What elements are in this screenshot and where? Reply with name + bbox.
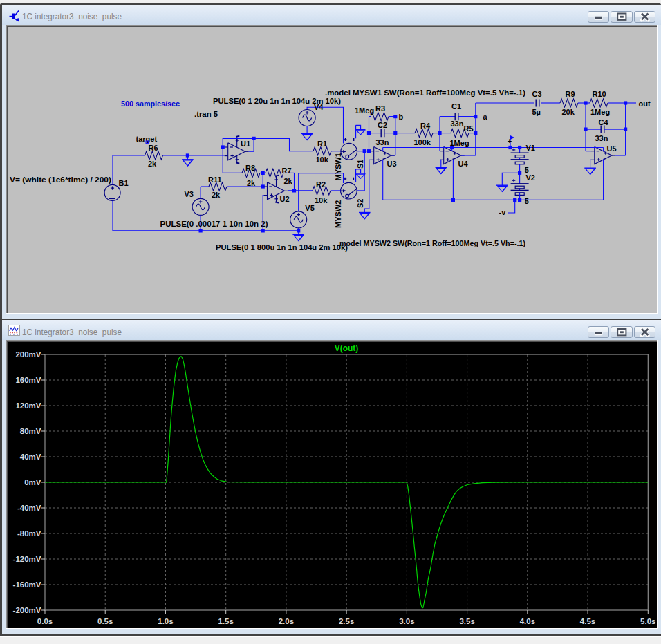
svg-text:R4: R4 — [420, 122, 431, 130]
svg-text:5.0s: 5.0s — [640, 617, 655, 625]
svg-text:2k: 2k — [212, 191, 221, 199]
svg-text:10k: 10k — [315, 196, 328, 205]
svg-text:1Meg: 1Meg — [355, 106, 374, 115]
svg-text:80mV: 80mV — [20, 427, 41, 435]
svg-text:.model MYSW1 SW(Ron=1 Roff=100: .model MYSW1 SW(Ron=1 Roff=100Meg Vt=.5 … — [325, 88, 525, 97]
svg-text:0.0s: 0.0s — [37, 617, 53, 625]
svg-text:R8: R8 — [245, 164, 255, 172]
svg-text:PULSE(0 .00017 1 10n 10n 2): PULSE(0 .00017 1 10n 10n 2) — [160, 220, 268, 228]
svg-text:V5: V5 — [305, 204, 314, 212]
svg-text:1.5s: 1.5s — [218, 617, 233, 625]
svg-text:.tran 5: .tran 5 — [194, 110, 218, 118]
svg-text:U5: U5 — [607, 144, 617, 153]
svg-text:1Meg: 1Meg — [450, 139, 469, 147]
svg-text:C4: C4 — [599, 118, 609, 126]
svg-text:33n: 33n — [595, 134, 608, 142]
svg-text:C2: C2 — [378, 121, 387, 129]
svg-text:160mV: 160mV — [15, 376, 41, 384]
svg-text:V1: V1 — [526, 144, 535, 152]
svg-text:V3: V3 — [185, 190, 194, 198]
svg-text:200mV: 200mV — [15, 350, 41, 359]
svg-text:1C integrator3_noise_pulse: 1C integrator3_noise_pulse — [22, 327, 122, 337]
svg-text:V(out): V(out) — [335, 343, 359, 353]
svg-text:-80mV: -80mV — [17, 529, 41, 538]
svg-text:-v: -v — [499, 208, 507, 216]
svg-text:120mV: 120mV — [15, 401, 41, 410]
svg-text:1C integrator3_noise_pulse: 1C integrator3_noise_pulse — [22, 11, 122, 21]
svg-text:3.5s: 3.5s — [459, 617, 474, 625]
svg-text:R3: R3 — [375, 104, 385, 113]
svg-text:MYSW1: MYSW1 — [334, 153, 342, 180]
svg-text:2k: 2k — [284, 177, 293, 185]
svg-text:B1: B1 — [119, 179, 129, 187]
svg-text:out: out — [639, 100, 651, 108]
svg-text:40mV: 40mV — [20, 453, 41, 461]
svg-text:2.0s: 2.0s — [279, 617, 294, 625]
svg-text:PULSE(0 1 20u 1n 1n 104u 2m 10: PULSE(0 1 20u 1n 1n 104u 2m 10k) — [213, 97, 341, 105]
svg-text:R5: R5 — [464, 124, 474, 133]
svg-text:.model MYSW2 SW(Ron=1 Roff=100: .model MYSW2 SW(Ron=1 Roff=100Meg Vt=.5 … — [337, 239, 525, 247]
svg-text:PULSE(0 1 800u 1n 1n 104u 2m 1: PULSE(0 1 800u 1n 1n 104u 2m 10k) — [216, 243, 348, 252]
svg-text:C3: C3 — [532, 90, 542, 98]
svg-text:4.0s: 4.0s — [520, 617, 535, 625]
svg-text:R10: R10 — [593, 90, 606, 98]
svg-text:33n: 33n — [451, 120, 464, 128]
svg-text:a: a — [483, 113, 488, 121]
svg-text:100k: 100k — [414, 138, 431, 146]
svg-text:R2: R2 — [316, 180, 326, 189]
svg-text:R1: R1 — [317, 140, 327, 148]
svg-text:U3: U3 — [387, 160, 397, 168]
svg-text:C1: C1 — [451, 102, 461, 111]
svg-text:0.5s: 0.5s — [97, 617, 113, 625]
svg-text:b: b — [399, 113, 404, 121]
svg-text:1Meg: 1Meg — [590, 108, 610, 116]
svg-text:2.5s: 2.5s — [339, 617, 354, 625]
svg-text:2k: 2k — [148, 160, 157, 168]
svg-text:U1: U1 — [241, 140, 250, 148]
svg-text:U4: U4 — [458, 160, 469, 168]
svg-text:+: + — [508, 137, 512, 145]
svg-text:3.0s: 3.0s — [399, 617, 414, 625]
svg-text:-160mV: -160mV — [13, 580, 41, 589]
svg-text:33n: 33n — [376, 138, 389, 146]
svg-text:R9: R9 — [566, 90, 575, 98]
svg-text:-200mV: -200mV — [13, 606, 41, 614]
svg-text:0mV: 0mV — [24, 478, 41, 486]
svg-text:R7: R7 — [282, 167, 292, 175]
svg-text:U2: U2 — [280, 195, 290, 203]
svg-text:-120mV: -120mV — [13, 555, 41, 563]
svg-text:target: target — [136, 135, 158, 143]
svg-text:500 samples/sec: 500 samples/sec — [121, 100, 180, 108]
svg-text:4.5s: 4.5s — [580, 617, 595, 625]
svg-text:20k: 20k — [562, 108, 575, 116]
svg-text:2k: 2k — [247, 179, 256, 187]
svg-text:MYSW2: MYSW2 — [334, 200, 342, 228]
svg-text:1.0s: 1.0s — [158, 617, 173, 625]
svg-text:S1: S1 — [356, 160, 364, 169]
svg-text:S2: S2 — [356, 199, 364, 208]
svg-text:5µ: 5µ — [532, 108, 541, 116]
svg-text:V= (white (1e6*time) / 200): V= (white (1e6*time) / 200) — [10, 176, 111, 184]
svg-text:V2: V2 — [526, 173, 535, 182]
svg-text:R11: R11 — [208, 176, 222, 184]
svg-text:5: 5 — [525, 197, 529, 205]
svg-text:10k: 10k — [316, 155, 329, 164]
svg-text:-40mV: -40mV — [17, 504, 41, 512]
svg-text:R6: R6 — [149, 144, 158, 152]
